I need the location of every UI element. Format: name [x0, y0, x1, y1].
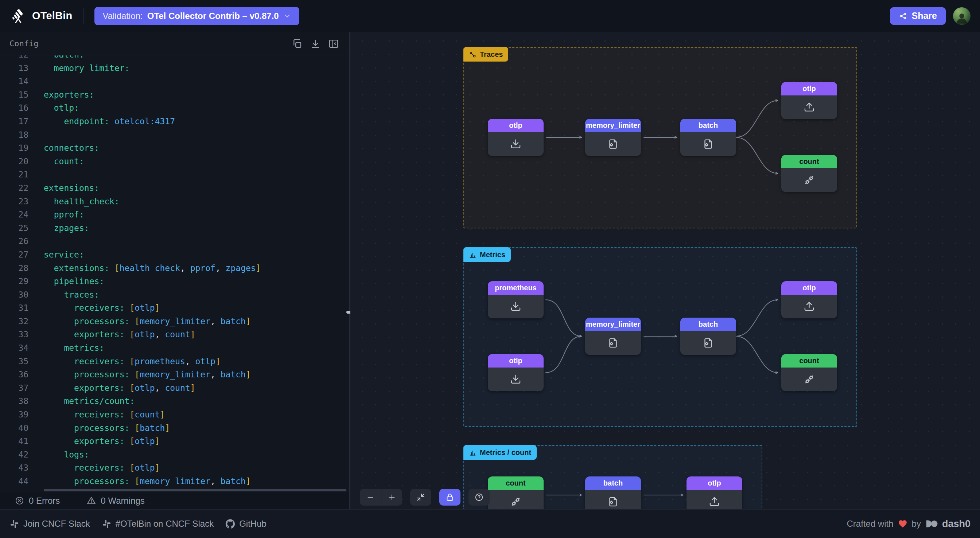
join-cncf-slack-link[interactable]: Join CNCF Slack — [10, 519, 90, 529]
download-tray-icon — [510, 374, 521, 385]
slack-icon — [102, 519, 111, 529]
pipeline-canvas[interactable]: TracesMetricsMetrics / count otlpmemory_… — [350, 32, 980, 509]
node-label: count — [488, 476, 544, 490]
plug-icon — [510, 496, 521, 508]
node-body — [781, 295, 837, 318]
indent-guide — [54, 448, 54, 462]
editor-line: 19connectors: — [0, 141, 349, 155]
zoom-in-button[interactable] — [381, 489, 402, 506]
config-actions — [291, 38, 340, 50]
yaml-code-editor[interactable]: 12 batch:13 memory_limiter:1415exporters… — [0, 56, 349, 489]
footer-link-label: #OTelBin on CNCF Slack — [116, 519, 214, 529]
heart-icon — [898, 519, 907, 528]
indent-guide — [44, 341, 44, 355]
copy-config-button[interactable] — [291, 38, 303, 50]
slack-icon — [10, 519, 19, 529]
github-link[interactable]: GitHub — [225, 519, 267, 529]
editor-line: 16 otlp: — [0, 101, 349, 115]
indent-guide — [44, 408, 44, 421]
dash0-logo-icon — [925, 519, 938, 528]
node-exporter-otlp[interactable]: otlp — [687, 476, 742, 509]
editor-line: 27service: — [0, 248, 349, 262]
indent-guide — [54, 115, 54, 128]
node-label: otlp — [781, 82, 837, 95]
indent-guide — [54, 368, 54, 381]
zoom-controls — [360, 489, 402, 506]
metrics-count-group-label[interactable]: Metrics / count — [463, 445, 537, 460]
editor-line: 26 — [0, 235, 349, 248]
indent-guide — [64, 368, 64, 381]
minus-icon — [366, 492, 375, 502]
plug-icon — [803, 175, 815, 186]
dash0-brand[interactable]: dash0 — [942, 518, 970, 530]
indent-guide — [64, 421, 64, 435]
group-label: Metrics / count — [480, 448, 531, 457]
metrics-group-label[interactable]: Metrics — [463, 247, 511, 262]
help-icon — [474, 492, 484, 502]
share-button[interactable]: Share — [890, 7, 946, 25]
scrollbar-handle[interactable] — [44, 489, 346, 491]
indent-guide — [54, 475, 54, 488]
node-exporter-otlp[interactable]: otlp — [781, 82, 837, 119]
node-processor-batch[interactable]: batch — [680, 119, 736, 156]
line-number: 20 — [0, 155, 29, 168]
node-receiver-otlp[interactable]: otlp — [488, 354, 544, 391]
line-number: 22 — [0, 181, 29, 195]
collapse-panel-button[interactable] — [328, 38, 340, 50]
indent-guide — [54, 355, 54, 368]
line-number: 40 — [0, 421, 29, 435]
upload-tray-icon — [803, 301, 815, 312]
node-receiver-otlp[interactable]: otlp — [488, 119, 544, 156]
editor-horizontal-scrollbar[interactable] — [0, 489, 349, 492]
download-config-button[interactable] — [309, 38, 321, 50]
editor-line: 14 — [0, 75, 349, 88]
indent-guide — [44, 395, 44, 408]
node-label: prometheus — [488, 281, 544, 295]
line-number: 38 — [0, 395, 29, 408]
errors-status[interactable]: 0 Errors — [14, 496, 60, 506]
indent-guide — [54, 315, 54, 328]
indent-guide — [54, 288, 54, 302]
editor-line: 32 processors: [memory_limiter, batch] — [0, 315, 349, 328]
node-body — [781, 168, 837, 192]
indent-guide — [54, 341, 54, 355]
indent-guide — [64, 301, 64, 315]
node-exporter-otlp[interactable]: otlp — [781, 281, 837, 318]
line-number: 15 — [0, 88, 29, 102]
node-connector-count[interactable]: count — [781, 354, 837, 391]
footer-link-label: Join CNCF Slack — [23, 519, 90, 529]
app-footer: Join CNCF Slack#OTelBin on CNCF SlackGit… — [0, 509, 980, 538]
lock-icon — [445, 492, 455, 502]
indent-guide — [64, 435, 64, 448]
validation-dropdown[interactable]: Validation: OTel Collector Contrib – v0.… — [94, 7, 299, 25]
node-processor-memory_limiter[interactable]: memory_limiter — [585, 317, 641, 355]
otelbin-slack-link[interactable]: #OTelBin on CNCF Slack — [102, 519, 214, 529]
line-number: 41 — [0, 435, 29, 448]
indent-guide — [44, 355, 44, 368]
node-connector-count[interactable]: count — [488, 476, 544, 509]
node-body — [781, 95, 837, 119]
editor-line: 15exporters: — [0, 88, 349, 102]
editor-line: 43 receivers: [otlp] — [0, 461, 349, 475]
node-label: batch — [680, 119, 736, 132]
indent-guide — [44, 221, 44, 235]
node-processor-batch[interactable]: batch — [680, 317, 736, 355]
node-receiver-prometheus[interactable]: prometheus — [488, 281, 544, 318]
indent-guide — [44, 262, 44, 275]
lock-button[interactable] — [439, 489, 460, 506]
indent-guide — [54, 395, 54, 408]
circle-x-icon — [14, 496, 24, 506]
editor-line: 13 memory_limiter: — [0, 62, 349, 75]
node-connector-count[interactable]: count — [781, 155, 837, 192]
node-processor-memory_limiter[interactable]: memory_limiter — [585, 119, 641, 156]
user-avatar[interactable] — [953, 7, 970, 25]
file-cog-icon — [608, 138, 619, 150]
fit-view-button[interactable] — [410, 489, 431, 506]
traces-group-label[interactable]: Traces — [463, 47, 508, 62]
zoom-out-button[interactable] — [360, 489, 381, 506]
editor-line: 40 processors: [batch] — [0, 421, 349, 435]
crafted-middle: by — [912, 519, 921, 529]
node-processor-batch[interactable]: batch — [585, 476, 641, 509]
warnings-status[interactable]: 0 Warnings — [86, 496, 145, 506]
help-button[interactable] — [468, 489, 490, 506]
